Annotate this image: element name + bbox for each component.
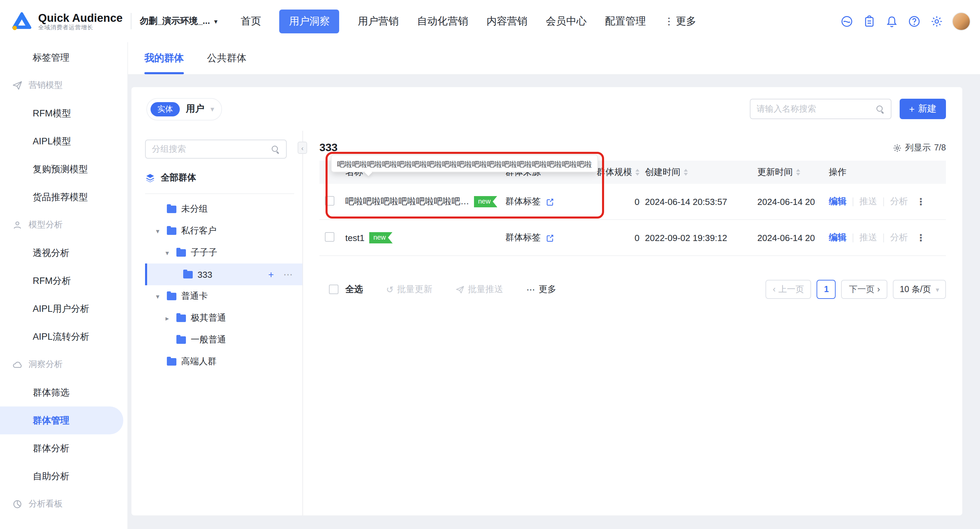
sidebar-section-analysis-board[interactable]: 分析看板 <box>0 490 127 518</box>
tree-node-highend[interactable]: 高端人群 <box>145 351 302 372</box>
tree-node-private-bank[interactable]: ▾ 私行客户 <box>145 220 302 242</box>
sidebar-item-product-rec-model[interactable]: 货品推荐模型 <box>0 183 127 211</box>
sort-icon[interactable] <box>684 169 688 176</box>
nav-content-marketing[interactable]: 内容营销 <box>487 14 527 28</box>
entity-value: 用户 <box>186 103 204 115</box>
push-action[interactable]: 推送 <box>859 195 877 208</box>
nav-member-center[interactable]: 会员中心 <box>546 14 587 28</box>
sidebar-item-perspective-analysis[interactable]: 透视分析 <box>0 239 127 267</box>
sidebar-item-repurchase-model[interactable]: 复购预测模型 <box>0 155 127 183</box>
sidebar-item-group-management[interactable]: 群体管理 <box>0 407 123 434</box>
batch-push-button[interactable]: 批量推送 <box>456 283 503 295</box>
batch-update-button[interactable]: ↺ 批量更新 <box>386 283 433 295</box>
col-created[interactable]: 创建时间 <box>645 166 757 178</box>
create-button[interactable]: + 新建 <box>900 99 946 119</box>
edit-action[interactable]: 编辑 <box>829 195 846 208</box>
nav-config-management[interactable]: 配置管理 <box>605 14 646 28</box>
entity-select[interactable]: 实体 用户 ▾ <box>146 98 222 120</box>
search-input[interactable] <box>757 104 876 114</box>
nav-user-marketing[interactable]: 用户营销 <box>358 14 399 28</box>
tree-node-333[interactable]: 333 + ⋯ <box>145 264 302 285</box>
col-scale[interactable]: 群体规模 <box>594 166 645 178</box>
bell-icon[interactable] <box>885 14 898 28</box>
column-display-control[interactable]: 列显示 7/8 <box>893 142 946 154</box>
sidebar-section-marketing-models[interactable]: 营销模型 <box>0 71 127 99</box>
sidebar-item-aipl-user-analysis[interactable]: AIPL用户分析 <box>0 295 127 323</box>
table-row[interactable]: test1 new 群体标签 0 2022- <box>320 220 946 256</box>
folder-icon <box>167 358 177 365</box>
row-checkbox[interactable] <box>325 232 334 241</box>
all-groups-item[interactable]: 全部群体 <box>145 170 302 186</box>
nav-more[interactable]: ⋮ 更多 <box>664 14 696 28</box>
help-icon[interactable] <box>907 14 921 28</box>
sidebar-section-label: 洞察分析 <box>29 359 63 370</box>
sidebar-item-aipl-flow-analysis[interactable]: AIPL流转分析 <box>0 323 127 351</box>
sidebar-item-label: 自助分析 <box>33 470 70 482</box>
search-icon[interactable] <box>876 105 885 113</box>
sidebar-item-self-analysis[interactable]: 自助分析 <box>0 462 127 490</box>
search-icon[interactable] <box>271 145 280 154</box>
row-more-icon[interactable]: ⋮ <box>916 196 926 207</box>
caret-down-icon[interactable]: ▾ <box>156 292 167 300</box>
group-name[interactable]: 吧啦吧啦吧啦吧啦吧啦吧啦吧啦吧啦吧啦吧啦吧啦吧啦吧啦吧啦吧啦吧啦吧啦 <box>345 195 469 208</box>
sidebar-item-group-analysis[interactable]: 群体分析 <box>0 434 127 462</box>
select-all-checkbox[interactable] <box>329 284 339 294</box>
more-icon: ⋮ <box>664 16 674 27</box>
analyze-action[interactable]: 分析 <box>890 195 908 208</box>
tree-node-zizizi[interactable]: ▾ 子子子 <box>145 242 302 264</box>
divider <box>853 197 853 206</box>
sort-icon[interactable] <box>635 169 640 176</box>
caret-down-icon[interactable]: ▾ <box>156 227 167 235</box>
share-icon[interactable] <box>546 233 554 242</box>
name-search[interactable] <box>750 99 891 119</box>
caret-down-icon[interactable]: ▾ <box>165 249 177 256</box>
push-action[interactable]: 推送 <box>859 232 877 244</box>
prev-page-button[interactable]: ‹ 上一页 <box>765 280 811 299</box>
clipboard-icon[interactable] <box>862 14 876 28</box>
col-updated[interactable]: 更新时间 <box>757 166 829 178</box>
batch-more-button[interactable]: ⋯ 更多 <box>527 283 557 295</box>
brand-subtitle: 全域消费者运营增长 <box>38 24 123 31</box>
tree-node-extremely-common[interactable]: ▸ 极其普通 <box>145 307 302 329</box>
caret-down-icon: ▾ <box>214 17 218 25</box>
tab-public-groups[interactable]: 公共群体 <box>207 42 247 74</box>
edit-action[interactable]: 编辑 <box>829 232 846 244</box>
caret-right-icon[interactable]: ▸ <box>165 314 177 322</box>
user-avatar[interactable] <box>952 12 970 30</box>
table-row[interactable]: 吧啦吧啦吧啦吧啦吧啦吧啦吧啦吧啦吧啦吧啦吧啦吧啦吧啦吧啦吧啦吧啦吧啦 new 群… <box>320 184 946 220</box>
sidebar-item-tag-management[interactable]: 标签管理 <box>0 44 127 71</box>
page-size-select[interactable]: 10 条/页 ▾ <box>893 280 946 299</box>
group-search-input[interactable] <box>152 145 271 154</box>
next-page-button[interactable]: 下一页 › <box>842 280 888 299</box>
sidebar-item-rfm-model[interactable]: RFM模型 <box>0 99 127 127</box>
console-icon[interactable] <box>840 14 853 28</box>
share-icon[interactable] <box>546 197 554 206</box>
sidebar-section-insight-analysis[interactable]: 洞察分析 <box>0 351 127 378</box>
row-more-icon[interactable]: ⋮ <box>916 232 926 243</box>
brand-text: Quick Audience 全域消费者运营增长 <box>38 11 123 31</box>
nav-home[interactable]: 首页 <box>241 14 261 28</box>
analyze-action[interactable]: 分析 <box>890 232 908 244</box>
add-subgroup-icon[interactable]: + <box>267 269 275 280</box>
settings-gear-icon[interactable] <box>930 14 943 28</box>
sort-icon[interactable] <box>796 169 800 176</box>
collapse-tree-handle[interactable]: ‹ <box>298 141 307 154</box>
nav-auto-marketing[interactable]: 自动化营销 <box>417 14 468 28</box>
nav-user-insight[interactable]: 用户洞察 <box>280 9 339 33</box>
row-checkbox[interactable] <box>325 196 334 205</box>
group-name[interactable]: test1 <box>345 232 364 243</box>
sidebar-item-group-filter[interactable]: 群体筛选 <box>0 378 127 407</box>
sidebar-item-rfm-analysis[interactable]: RFM分析 <box>0 267 127 295</box>
sidebar-section-label: 营销模型 <box>29 79 63 91</box>
workspace-selector[interactable]: 勿删_演示环境_... ▾ <box>140 15 218 27</box>
sidebar-section-model-analysis[interactable]: 模型分析 <box>0 211 127 239</box>
tree-node-common-card[interactable]: ▾ 普通卡 <box>145 285 302 307</box>
sidebar-item-aipl-model[interactable]: AIPL模型 <box>0 127 127 155</box>
node-more-icon[interactable]: ⋯ <box>282 269 294 280</box>
tab-my-groups[interactable]: 我的群体 <box>145 42 184 74</box>
page-1-button[interactable]: 1 <box>817 280 836 299</box>
group-search[interactable] <box>145 140 287 159</box>
tree-node-generally-common[interactable]: 一般普通 <box>145 329 302 351</box>
select-all-label[interactable]: 全选 <box>345 283 363 295</box>
tree-node-ungrouped[interactable]: 未分组 <box>145 198 302 220</box>
